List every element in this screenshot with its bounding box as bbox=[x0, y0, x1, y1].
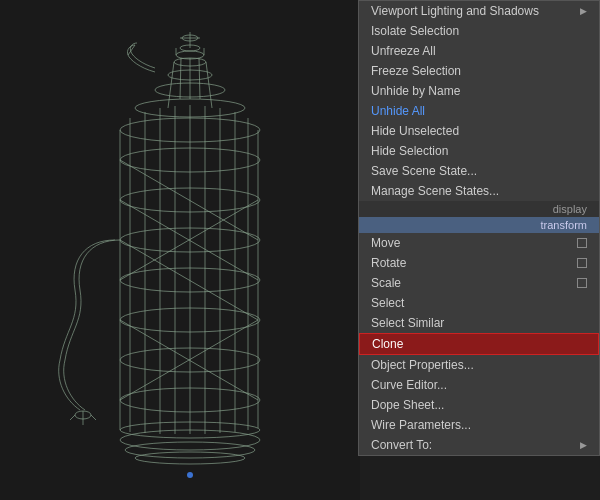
menu-item-move[interactable]: Move bbox=[359, 233, 599, 253]
section-transform-label: transform bbox=[359, 217, 599, 233]
menu-item-clone[interactable]: Clone bbox=[359, 333, 599, 355]
menu-item-isolate-selection[interactable]: Isolate Selection bbox=[359, 21, 599, 41]
menu-item-freeze-selection[interactable]: Freeze Selection bbox=[359, 61, 599, 81]
menu-item-viewport-lighting[interactable]: Viewport Lighting and Shadows bbox=[359, 1, 599, 21]
scale-icon bbox=[577, 278, 587, 288]
section-display-label: display bbox=[359, 201, 599, 217]
menu-item-select-similar[interactable]: Select Similar bbox=[359, 313, 599, 333]
menu-item-hide-selection[interactable]: Hide Selection bbox=[359, 141, 599, 161]
context-menu: Viewport Lighting and Shadows Isolate Se… bbox=[358, 0, 600, 456]
menu-item-save-scene-state[interactable]: Save Scene State... bbox=[359, 161, 599, 181]
menu-item-curve-editor[interactable]: Curve Editor... bbox=[359, 375, 599, 395]
menu-item-select[interactable]: Select bbox=[359, 293, 599, 313]
menu-item-wire-parameters[interactable]: Wire Parameters... bbox=[359, 415, 599, 435]
menu-item-convert-to[interactable]: Convert To: bbox=[359, 435, 599, 455]
menu-item-dope-sheet[interactable]: Dope Sheet... bbox=[359, 395, 599, 415]
svg-rect-0 bbox=[0, 0, 360, 500]
move-icon bbox=[577, 238, 587, 248]
menu-item-unhide-all[interactable]: Unhide All bbox=[359, 101, 599, 121]
svg-point-51 bbox=[187, 472, 193, 478]
menu-item-scale[interactable]: Scale bbox=[359, 273, 599, 293]
rotate-icon bbox=[577, 258, 587, 268]
menu-item-manage-scene-states[interactable]: Manage Scene States... bbox=[359, 181, 599, 201]
wireframe-object bbox=[0, 0, 360, 500]
menu-item-object-properties[interactable]: Object Properties... bbox=[359, 355, 599, 375]
menu-item-unfreeze-all[interactable]: Unfreeze All bbox=[359, 41, 599, 61]
menu-item-rotate[interactable]: Rotate bbox=[359, 253, 599, 273]
menu-item-unhide-by-name[interactable]: Unhide by Name bbox=[359, 81, 599, 101]
menu-item-hide-unselected[interactable]: Hide Unselected bbox=[359, 121, 599, 141]
